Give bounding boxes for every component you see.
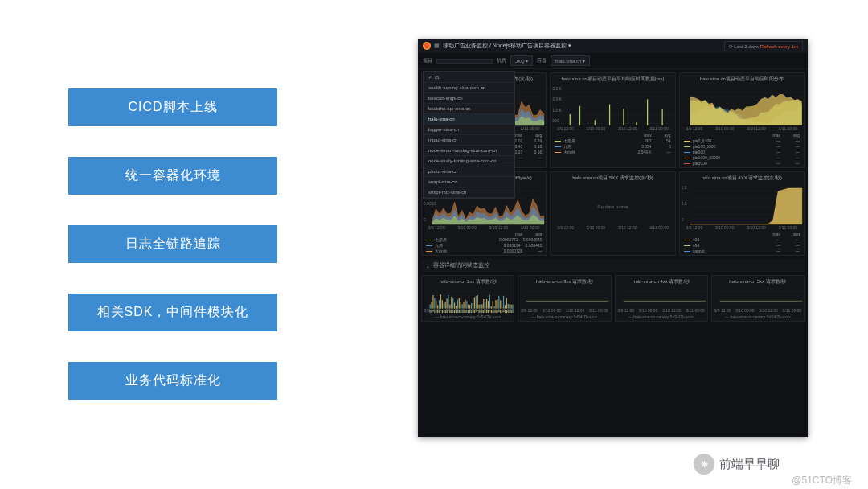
panel-title: halo.sina.cn项目动态平台响应时间分布 (680, 73, 804, 84)
legend-item[interactable]: gte3000—— (684, 161, 800, 166)
dropdown-item[interactable]: audith-turning-sina-com-cn (424, 83, 514, 93)
dashboard-panel[interactable]: halo.sina.cn项目动态平台平均响应时间数据(ms)3.5 K2.5 K… (550, 72, 675, 168)
dropdown-item[interactable]: snapi-sina-cn (424, 177, 514, 187)
legend-item[interactable]: gte0_lt100—— (684, 138, 800, 143)
grid-icon[interactable]: ▦ (434, 43, 440, 49)
bullet-standard: 业务代码标准化 (68, 362, 277, 400)
var-label-container: 容器 (537, 57, 547, 64)
bullet-sdk: 相关SDK，中间件模块化 (68, 294, 277, 331)
panel-legend: maxavg七星房0.00057720.0004845九房0.0001940.0… (422, 230, 546, 255)
bullet-container: 统一容器化环境 (68, 157, 277, 195)
dashboard-panel[interactable]: halo.sina.cn项目动态平台响应时间分布3/9 12:003/10 00… (679, 72, 805, 168)
panel-legend: maxavg403——404——cannot—— (680, 230, 804, 255)
dashboard-topbar: ▦ 移动广告业务监控 / Nodejs移动广告项目容器监控 ▾ ⟳ Last 2… (418, 39, 808, 53)
legend-item[interactable]: gte1000_lt3000—— (684, 155, 800, 160)
var-field-idc[interactable]: JXQ ▾ (510, 55, 533, 66)
legend-item[interactable]: gte100_lt500—— (684, 144, 800, 149)
source-attribution: @51CTO博客 (792, 474, 852, 487)
watermark-text: 前端早早聊 (719, 457, 780, 472)
legend-item[interactable]: 大白柿0.0000726— (426, 249, 542, 253)
dashboard-panel[interactable]: halo-sina-cn 3xx 请求数/秒3/9 12:003/10 00:0… (518, 275, 611, 322)
var-field-project[interactable] (436, 59, 493, 64)
variable-bar: 项目 机房 JXQ ▾ 容器 halo.sina.cn ▾ (418, 53, 808, 69)
dropdown-item[interactable]: budidha-api-sina-cn (424, 104, 514, 114)
var-field-container[interactable]: halo.sina.cn ▾ (551, 55, 590, 66)
bullet-trace: 日志全链路追踪 (68, 225, 277, 263)
wechat-icon: ❋ (694, 454, 714, 475)
panel-legend: maxavggte0_lt100——gte100_lt500——gte500——… (680, 131, 804, 167)
legend-item[interactable]: 403—— (684, 237, 800, 242)
dashboard-panel[interactable]: halo-sina-cn 2xx 请求数/秒3/9 12:003/10 00:0… (421, 275, 514, 322)
legend-item[interactable]: 九房0.0001940.000445 (426, 243, 542, 248)
legend-item[interactable]: 九房0.0540 (555, 144, 670, 149)
legend-item[interactable]: cannot—— (684, 249, 800, 253)
panel-title: halo-sina-cn 2xx 请求数/秒 (422, 276, 514, 287)
bullet-cicd: CICD脚本上线 (68, 88, 277, 126)
section-header[interactable]: ⌄ 容器详细访问状态监控 (421, 259, 805, 272)
dropdown-item[interactable]: node-study-turning-sina-com-cn (424, 156, 514, 166)
legend-item[interactable]: 404—— (684, 243, 800, 248)
watermark: ❋ 前端早早聊 (694, 454, 780, 475)
panel-title: halo-sina-cn 5xx 请求数/秒 (712, 276, 804, 287)
grafana-logo-icon[interactable] (423, 42, 431, 50)
dropdown-item[interactable]: mpad-sina-cn (424, 135, 514, 146)
no-data-text: No data points (597, 204, 628, 209)
breadcrumb[interactable]: 移动广告业务监控 / Nodejs移动广告项目容器监控 ▾ (443, 42, 571, 50)
dropdown-item[interactable]: node-smart-turning-sina-com-cn (424, 146, 514, 156)
dropdown-header: ✓ 75 (424, 72, 514, 83)
panel-title: halo-sina-cn 4xx 请求数/秒 (616, 276, 707, 287)
grafana-dashboard: ▦ 移动广告业务监控 / Nodejs移动广告项目容器监控 ▾ ⟳ Last 2… (418, 39, 808, 437)
panel-title: halo-sina-cn 3xx 请求数/秒 (518, 276, 610, 287)
panel-title: halo.sina.cn项目动态平台平均响应时间数据(ms) (551, 73, 674, 84)
time-range-picker[interactable]: ⟳ Last 2 days Refresh every 1m (724, 41, 803, 51)
dashboard-panel[interactable]: halo-sina-cn 5xx 请求数/秒3/9 12:003/10 00:0… (711, 275, 805, 322)
dropdown-item[interactable]: halo-sina-cn (424, 114, 514, 125)
dashboard-panel[interactable]: halo-sina-cn 4xx 请求数/秒3/9 12:003/10 00:0… (615, 275, 708, 322)
section-title: 容器详细访问状态监控 (433, 261, 489, 269)
var-label-project: 项目 (423, 57, 432, 64)
legend-item[interactable]: 七星房26754 (555, 138, 670, 143)
slide-left-pane: CICD脚本上线 统一容器化环境 日志全链路追踪 相关SDK，中间件模块化 业务… (68, 88, 277, 400)
legend-item[interactable]: gte500—— (684, 150, 800, 154)
var-label-idc: 机房 (497, 57, 506, 64)
dropdown-item[interactable]: snspr-mix-sina-cn (424, 187, 514, 198)
dropdown-item[interactable]: logger-sina-cn (424, 125, 514, 135)
legend-item[interactable]: 大白柿2.549 K— (555, 150, 670, 154)
dashboard-panel[interactable]: halo.sina.cn项目 4XX 请求监控(次/秒)2.01.003/9 1… (679, 171, 805, 256)
panel-title: halo.sina.cn项目 4XX 请求监控(次/秒) (680, 172, 804, 183)
dropdown-item[interactable]: beacon-imgs-cn (424, 93, 514, 104)
dashboard-panel[interactable]: halo.sina.cn项目 5XX 请求监控(次/秒)No data poin… (550, 171, 675, 256)
chevron-down-icon: ⌄ (426, 263, 430, 269)
legend-item[interactable]: 七星房0.00057720.0004845 (426, 237, 542, 242)
panel-title: halo.sina.cn项目 5XX 请求监控(次/秒) (551, 172, 674, 183)
project-dropdown[interactable]: ✓ 75 audith-turning-sina-com-cnbeacon-im… (423, 71, 515, 199)
panel-legend: maxavg七星房26754九房0.0540大白柿2.549 K— (551, 131, 674, 156)
dropdown-item[interactable]: photo-sina-cn (424, 166, 514, 177)
